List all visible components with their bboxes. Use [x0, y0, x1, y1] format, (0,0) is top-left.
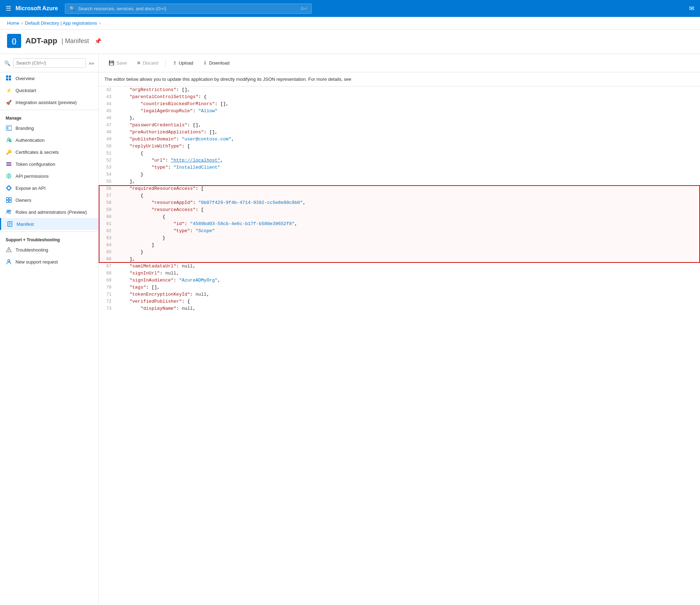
code-line: 46 },: [99, 115, 700, 122]
svg-point-29: [8, 251, 9, 252]
code-line: 68 "signInUrl": null,: [99, 270, 700, 277]
global-search[interactable]: 🔍 G+/: [65, 4, 312, 14]
code-line: 65 }: [99, 249, 700, 256]
breadcrumb-directory[interactable]: Default Directory | App registrations: [25, 20, 97, 26]
svg-rect-11: [6, 165, 11, 166]
save-icon: 💾: [109, 60, 114, 66]
pin-icon[interactable]: 📌: [95, 38, 102, 44]
search-icon: 🔍: [69, 6, 75, 11]
upload-icon: ⇧: [173, 60, 177, 66]
svg-point-13: [8, 175, 10, 177]
hamburger-menu[interactable]: ☰: [6, 5, 11, 12]
owners-icon: [6, 197, 12, 203]
sidebar-label-troubleshooting: Troubleshooting: [16, 247, 48, 253]
notifications-icon[interactable]: ✉: [689, 5, 694, 12]
sidebar-item-authentication[interactable]: ↻ Authentication: [0, 134, 98, 146]
page-subtitle: | Manifest: [61, 37, 89, 45]
sidebar: 🔍 »» Overview ⚡ Quickstart 🚀 Integration…: [0, 54, 99, 605]
sidebar-label-certificates: Certificates & secrets: [16, 150, 59, 155]
discard-icon: ✖: [137, 60, 141, 66]
toolbar-divider: [165, 59, 166, 67]
svg-rect-0: [6, 75, 8, 78]
sidebar-item-expose-api[interactable]: Expose an API: [0, 182, 98, 194]
token-icon: [6, 161, 12, 167]
code-line: 55 ],: [99, 178, 700, 185]
code-line: 73 "displayName": null,: [99, 305, 700, 312]
code-line: 62 "type": "Scope": [99, 228, 700, 235]
page-header: {} ADT-app | Manifest 📌: [0, 30, 700, 54]
upload-button[interactable]: ⇧ Upload: [169, 58, 197, 68]
svg-rect-5: [7, 127, 8, 129]
code-line: 58 "resourceAppId": "0b07f429-9f4b-4714-…: [99, 199, 700, 206]
code-editor[interactable]: 42 "orgRestrictions": [],43 "parentalCon…: [99, 86, 700, 605]
sidebar-item-certificates[interactable]: 🔑 Certificates & secrets: [0, 146, 98, 158]
svg-rect-19: [9, 198, 11, 200]
svg-rect-21: [9, 200, 11, 202]
sidebar-item-roles[interactable]: Roles and administrators (Preview): [0, 206, 98, 218]
expose-api-icon: [6, 185, 12, 191]
sidebar-label-quickstart: Quickstart: [16, 88, 36, 93]
manage-section-header: Manage: [0, 111, 98, 122]
code-line: 56 "requiredResourceAccess": [: [99, 185, 700, 192]
sidebar-item-integration[interactable]: 🚀 Integration assistant (preview): [0, 96, 98, 108]
code-line: 43 "parentalControlSettings": {: [99, 93, 700, 101]
code-line: 59 "resourceAccess": [: [99, 206, 700, 213]
sidebar-item-overview[interactable]: Overview: [0, 72, 98, 84]
sidebar-item-api-permissions[interactable]: API permissions: [0, 170, 98, 182]
sidebar-item-quickstart[interactable]: ⚡ Quickstart: [0, 84, 98, 96]
code-line: 44 "countriesBlockedForMinors": [],: [99, 101, 700, 108]
save-button[interactable]: 💾 Save: [104, 58, 131, 68]
sidebar-item-token[interactable]: Token configuration: [0, 158, 98, 170]
troubleshooting-icon: [6, 247, 12, 253]
code-line: 61 "id": "4589bd03-58cb-4e6c-b17f-b580e3…: [99, 220, 700, 228]
svg-rect-20: [6, 200, 8, 202]
sidebar-label-manifest: Manifest: [17, 222, 34, 227]
download-button[interactable]: ⇩ Download: [199, 58, 234, 68]
search-input[interactable]: [78, 6, 298, 11]
sidebar-item-manifest[interactable]: Manifest: [0, 218, 98, 230]
code-line: 50 "replyUrlsWithType": [: [99, 143, 700, 150]
roles-icon: [6, 209, 12, 215]
search-shortcut: G+/: [301, 6, 307, 11]
breadcrumb: Home › Default Directory | App registrat…: [0, 17, 700, 30]
page-title: ADT-app: [25, 36, 57, 46]
azure-logo: Microsoft Azure: [16, 5, 58, 12]
sidebar-item-troubleshooting[interactable]: Troubleshooting: [0, 244, 98, 256]
code-line: 67 "samlMetadataUrl": null,: [99, 263, 700, 270]
section-divider-1: [0, 110, 98, 110]
sidebar-label-api-permissions: API permissions: [16, 174, 49, 179]
support-section-header: Support + Troubleshooting: [0, 233, 98, 244]
sidebar-label-expose-api: Expose an API: [16, 186, 45, 191]
api-permissions-icon: [6, 173, 12, 179]
code-line: 45 "legalAgeGroupRule": "Allow": [99, 108, 700, 115]
code-line: 71 "tokenEncryptionKeyId": null,: [99, 291, 700, 298]
collapse-button[interactable]: »»: [89, 60, 94, 66]
code-line: 42 "orgRestrictions": [],: [99, 86, 700, 93]
code-line: 70 "tags": [],: [99, 284, 700, 291]
breadcrumb-home[interactable]: Home: [7, 20, 19, 26]
code-line: 52 "url": "http://localhost",: [99, 157, 700, 164]
sidebar-item-support[interactable]: New support request: [0, 256, 98, 268]
sidebar-item-owners[interactable]: Owners: [0, 194, 98, 206]
app-icon: {}: [7, 34, 21, 48]
svg-rect-1: [9, 75, 11, 78]
toolbar: 💾 Save ✖ Discard ⇧ Upload ⇩ Download: [99, 54, 700, 72]
sidebar-label-token: Token configuration: [16, 162, 55, 167]
sidebar-search-input[interactable]: [13, 58, 86, 68]
code-line: 48 "preAuthorizedApplications": [],: [99, 129, 700, 136]
sidebar-label-support: New support request: [16, 259, 58, 265]
discard-button[interactable]: ✖ Discard: [133, 58, 163, 68]
svg-text:↻: ↻: [10, 140, 12, 142]
svg-point-22: [7, 210, 9, 212]
quickstart-icon: ⚡: [6, 87, 12, 93]
svg-rect-2: [6, 78, 8, 80]
svg-point-17: [7, 186, 10, 190]
code-line: 49 "publisherDomain": "user@contoso.com"…: [99, 136, 700, 143]
sidebar-search-icon: 🔍: [4, 60, 10, 66]
code-line: 47 "passwordCredentials": [],: [99, 122, 700, 129]
sidebar-item-branding[interactable]: Branding: [0, 122, 98, 134]
top-navigation: ☰ Microsoft Azure 🔍 G+/ ✉: [0, 0, 700, 17]
section-divider-2: [0, 231, 98, 232]
code-line: 54 }: [99, 171, 700, 178]
svg-rect-18: [6, 198, 8, 200]
